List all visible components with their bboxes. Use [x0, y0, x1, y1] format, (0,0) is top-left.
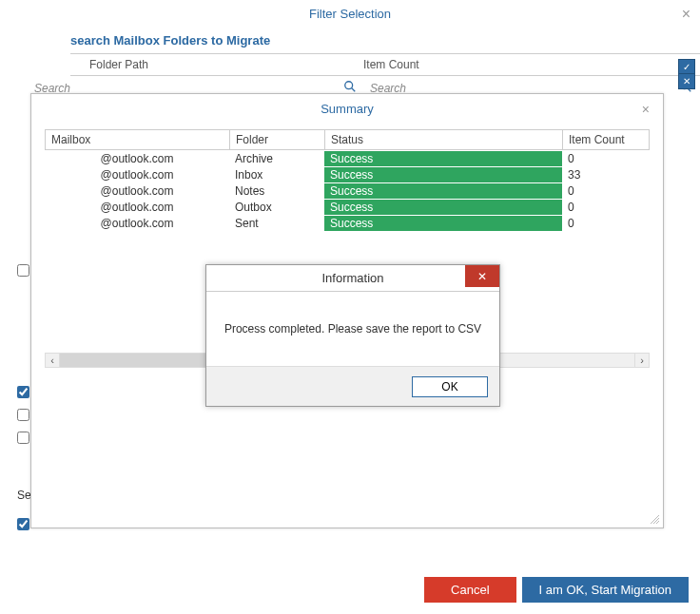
- table-row[interactable]: @outlook.comInboxSuccess33: [45, 166, 650, 182]
- close-icon[interactable]: ×: [682, 6, 690, 23]
- summary-table-header: Mailbox Folder Status Item Count: [45, 129, 650, 150]
- ok-button[interactable]: OK: [412, 376, 488, 397]
- col-status: Status: [325, 130, 563, 149]
- cell-status: Success: [324, 151, 562, 166]
- summary-title: Summary: [31, 94, 663, 124]
- information-title: Information ✕: [206, 265, 499, 292]
- cell-mailbox: @outlook.com: [45, 184, 229, 198]
- cell-folder: Outbox: [229, 201, 324, 214]
- cell-mailbox: @outlook.com: [45, 152, 229, 165]
- cell-count: 0: [562, 201, 650, 214]
- item-count-header: Item Count: [356, 54, 700, 75]
- cell-count: 0: [562, 184, 650, 198]
- cell-status: Success: [324, 200, 562, 215]
- cell-count: 0: [562, 217, 650, 230]
- summary-table: Mailbox Folder Status Item Count @outloo…: [45, 129, 650, 231]
- folder-column-header: Folder Path Item Count: [70, 53, 700, 76]
- table-row[interactable]: @outlook.comOutboxSuccess0: [45, 199, 650, 215]
- table-row[interactable]: @outlook.comNotesSuccess0: [45, 182, 650, 199]
- folder-path-header: Folder Path: [70, 54, 356, 75]
- table-row[interactable]: @outlook.comSentSuccess0: [45, 215, 650, 231]
- information-dialog: Information ✕ Process completed. Please …: [205, 264, 500, 407]
- cell-folder: Inbox: [229, 168, 324, 182]
- cell-status: Success: [324, 183, 562, 199]
- cell-folder: Notes: [229, 184, 324, 198]
- col-folder: Folder: [230, 130, 325, 149]
- section-subtitle: search Mailbox Folders to Migrate: [0, 28, 700, 53]
- scroll-left-icon[interactable]: ‹: [45, 353, 60, 368]
- cancel-button[interactable]: Cancel: [424, 577, 515, 603]
- information-message: Process completed. Please save the repor…: [206, 292, 499, 366]
- col-mailbox: Mailbox: [46, 130, 230, 149]
- scroll-right-icon[interactable]: ›: [634, 353, 650, 368]
- cell-status: Success: [324, 216, 562, 231]
- cell-count: 33: [562, 168, 650, 182]
- table-row[interactable]: @outlook.comArchiveSuccess0: [45, 150, 650, 166]
- cell-folder: Archive: [229, 152, 324, 165]
- svg-line-1: [352, 88, 356, 92]
- close-icon[interactable]: ×: [642, 102, 650, 117]
- start-migration-button[interactable]: I am OK, Start Migration: [522, 577, 689, 603]
- resize-grip-icon[interactable]: [648, 512, 659, 524]
- cell-count: 0: [562, 152, 650, 165]
- col-count: Item Count: [563, 130, 649, 149]
- uncheck-all-icon[interactable]: ✕: [678, 74, 695, 89]
- cell-folder: Sent: [229, 217, 324, 230]
- filter-selection-title: Filter Selection: [0, 0, 700, 28]
- cell-mailbox: @outlook.com: [45, 201, 229, 214]
- cell-mailbox: @outlook.com: [45, 217, 229, 230]
- cell-status: Success: [324, 167, 562, 182]
- close-icon[interactable]: ✕: [465, 265, 499, 287]
- svg-point-0: [345, 82, 353, 89]
- selection-toggle-group: ✓ ✕: [678, 59, 695, 89]
- check-all-icon[interactable]: ✓: [678, 59, 695, 74]
- cell-mailbox: @outlook.com: [45, 168, 229, 182]
